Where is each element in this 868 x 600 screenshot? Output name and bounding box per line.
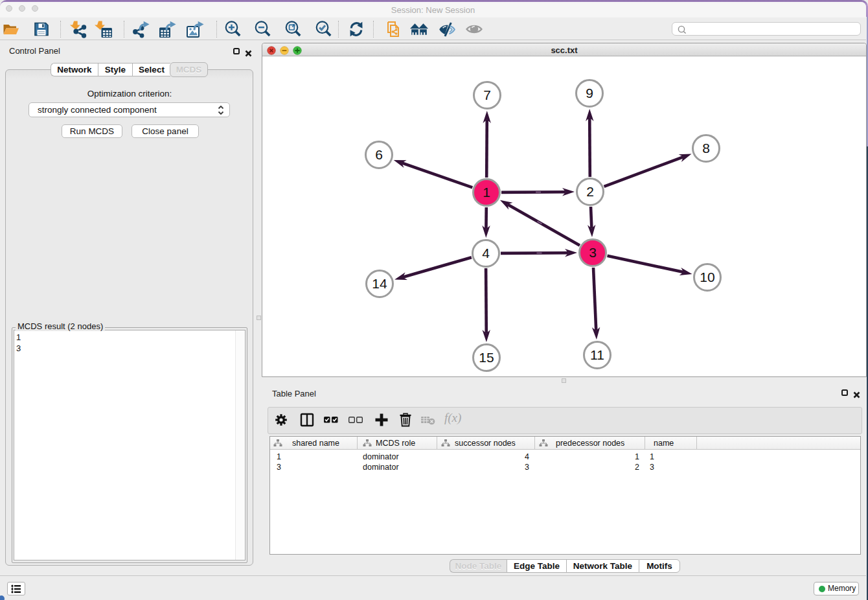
svg-text:1: 1 xyxy=(483,185,490,200)
svg-text:15: 15 xyxy=(479,350,494,365)
svg-text:3: 3 xyxy=(589,245,597,260)
svg-text:2: 2 xyxy=(586,184,594,199)
svg-text:11: 11 xyxy=(590,347,604,362)
svg-text:7: 7 xyxy=(483,87,491,102)
svg-text:9: 9 xyxy=(586,86,593,100)
svg-text:4: 4 xyxy=(482,246,490,260)
svg-text:14: 14 xyxy=(372,276,387,291)
svg-text:10: 10 xyxy=(700,270,714,284)
svg-text:6: 6 xyxy=(375,147,383,162)
svg-text:8: 8 xyxy=(702,141,710,156)
